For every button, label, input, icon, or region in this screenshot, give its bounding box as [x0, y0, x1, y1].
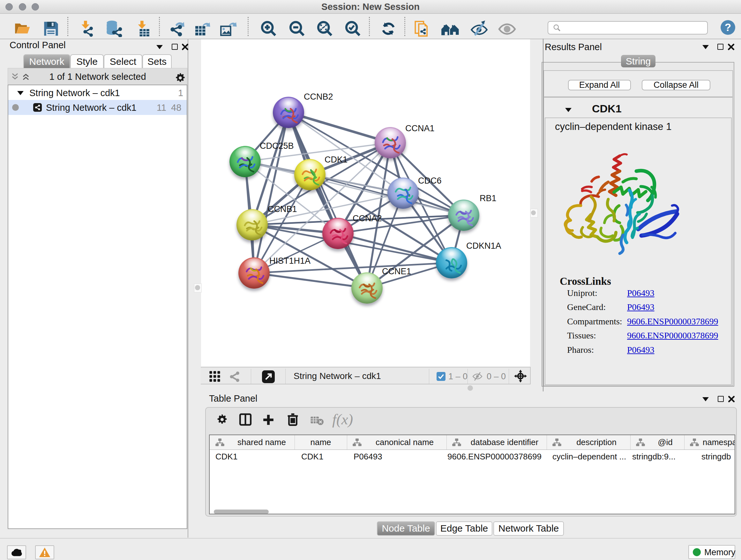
svg-text:?: ?	[725, 21, 731, 33]
